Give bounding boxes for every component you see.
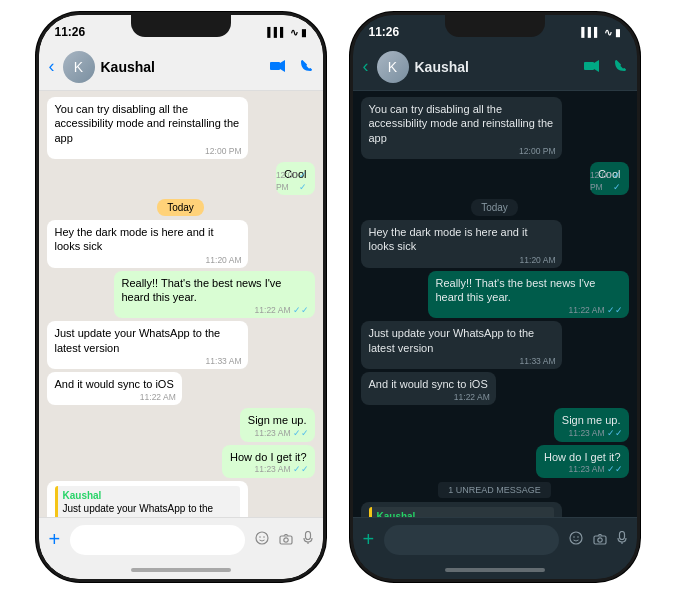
message-text: Really!! That's the best news I've heard…	[122, 277, 282, 303]
camera-button[interactable]	[279, 529, 293, 550]
message-input[interactable]	[70, 525, 244, 555]
video-call-icon[interactable]	[270, 58, 286, 76]
message-time: 11:33 AM	[206, 356, 242, 367]
read-ticks: ✓✓	[607, 305, 623, 317]
contact-name[interactable]: Kaushal	[101, 59, 264, 75]
svg-rect-16	[619, 532, 624, 540]
quote-block: KaushalJust update your WhatsApp to the …	[55, 486, 240, 517]
message-text: Just update your WhatsApp to the latest …	[55, 327, 221, 353]
status-icons: ▌▌▌∿▮	[581, 27, 620, 38]
add-attachment-button[interactable]: +	[363, 528, 375, 551]
read-ticks: ✓✓	[299, 170, 308, 193]
read-ticks: ✓✓	[293, 305, 309, 317]
quote-text: Just update your WhatsApp to the latest …	[63, 502, 235, 517]
message-bubble-sent: Cool12:00 PM ✓✓	[590, 162, 629, 195]
notch	[445, 15, 545, 37]
message-bubble-sent: Cool12:00 PM ✓✓	[276, 162, 315, 195]
home-bar-indicator	[131, 568, 231, 572]
status-icons: ▌▌▌∿▮	[267, 27, 306, 38]
home-bar	[39, 561, 323, 579]
volume-up-button	[36, 105, 38, 133]
power-button	[324, 115, 326, 155]
volume-down-button	[350, 141, 352, 169]
message-bubble-sent: How do I get it?11:23 AM ✓✓	[536, 445, 628, 478]
video-call-icon[interactable]	[584, 58, 600, 76]
message-bubble-sent: Sign me up.11:23 AM ✓✓	[240, 408, 315, 441]
message-time: 11:23 AM ✓✓	[255, 428, 309, 440]
avatar-image: K	[63, 51, 95, 83]
svg-point-13	[577, 536, 579, 538]
chat-header: ‹KKaushal	[353, 43, 637, 91]
date-divider: Today	[47, 202, 315, 213]
phone-dark: 11:26▌▌▌∿▮‹KKaushalYou can try disabling…	[350, 12, 640, 582]
emoji-button[interactable]	[255, 529, 269, 550]
home-bar-indicator	[445, 568, 545, 572]
header-action-icons	[584, 58, 627, 76]
phone-call-icon[interactable]	[300, 58, 313, 76]
svg-rect-9	[584, 62, 594, 70]
message-time: 11:22 AM ✓✓	[255, 305, 309, 317]
emoji-button[interactable]	[569, 529, 583, 550]
message-text: How do I get it?	[544, 451, 620, 463]
notch	[131, 15, 231, 37]
chat-input-bar: +	[353, 517, 637, 561]
message-text: Sign me up.	[562, 414, 621, 426]
message-text: Hey the dark mode is here and it looks s…	[55, 226, 214, 252]
battery-icon: ▮	[301, 27, 307, 38]
message-text: Sign me up.	[248, 414, 307, 426]
camera-button[interactable]	[593, 529, 607, 550]
message-bubble-received: You can try disabling all the accessibil…	[361, 97, 562, 159]
message-text: And it would sync to iOS	[369, 378, 488, 390]
message-text: Just update your WhatsApp to the latest …	[369, 327, 535, 353]
svg-point-3	[259, 536, 261, 538]
signal-icon: ▌▌▌	[267, 27, 286, 37]
read-ticks: ✓✓	[613, 170, 622, 193]
svg-point-12	[573, 536, 575, 538]
phone-screen: 11:26▌▌▌∿▮‹KKaushalYou can try disabling…	[353, 15, 637, 579]
message-text: You can try disabling all the accessibil…	[55, 103, 240, 144]
read-ticks: ✓✓	[293, 428, 309, 440]
add-attachment-button[interactable]: +	[49, 528, 61, 551]
power-button	[638, 115, 640, 155]
message-bubble-received: You can try disabling all the accessibil…	[47, 97, 248, 159]
contact-name[interactable]: Kaushal	[415, 59, 578, 75]
message-text: You can try disabling all the accessibil…	[369, 103, 554, 144]
svg-point-4	[263, 536, 265, 538]
message-time: 11:20 AM	[520, 255, 556, 266]
message-time: 11:33 AM	[520, 356, 556, 367]
chat-input-bar: +	[39, 517, 323, 561]
message-bubble-received-quote: KaushalJust update your WhatsApp to the …	[361, 502, 562, 517]
quote-author: Kaushal	[63, 489, 235, 502]
message-text: Really!! That's the best news I've heard…	[436, 277, 596, 303]
avatar[interactable]: K	[63, 51, 95, 83]
message-time: 11:23 AM ✓✓	[569, 428, 623, 440]
battery-icon: ▮	[615, 27, 621, 38]
svg-marker-1	[280, 60, 285, 72]
svg-point-6	[283, 538, 287, 542]
message-time: 12:00 PM	[519, 146, 555, 157]
read-ticks: ✓✓	[293, 464, 309, 476]
phone-call-icon[interactable]	[614, 58, 627, 76]
phone-light: 11:26▌▌▌∿▮‹KKaushalYou can try disabling…	[36, 12, 326, 582]
message-bubble-received-quote: KaushalJust update your WhatsApp to the …	[47, 481, 248, 517]
svg-marker-10	[594, 60, 599, 72]
back-button[interactable]: ‹	[49, 56, 55, 77]
wifi-icon: ∿	[604, 27, 612, 38]
back-button[interactable]: ‹	[363, 56, 369, 77]
message-time: 11:20 AM	[206, 255, 242, 266]
message-text: How do I get it?	[230, 451, 306, 463]
chat-messages: You can try disabling all the accessibil…	[39, 91, 323, 517]
message-time: 11:22 AM	[454, 392, 490, 403]
avatar-image: K	[377, 51, 409, 83]
message-time: 11:23 AM ✓✓	[569, 464, 623, 476]
avatar[interactable]: K	[377, 51, 409, 83]
message-bubble-sent: Really!! That's the best news I've heard…	[114, 271, 315, 319]
message-bubble-sent: Really!! That's the best news I've heard…	[428, 271, 629, 319]
message-bubble-received: Hey the dark mode is here and it looks s…	[361, 220, 562, 268]
date-divider: Today	[361, 202, 629, 213]
quote-author: Kaushal	[377, 510, 549, 517]
microphone-button[interactable]	[617, 529, 627, 550]
message-bubble-received: And it would sync to iOS11:22 AM	[47, 372, 182, 405]
microphone-button[interactable]	[303, 529, 313, 550]
message-input[interactable]	[384, 525, 558, 555]
